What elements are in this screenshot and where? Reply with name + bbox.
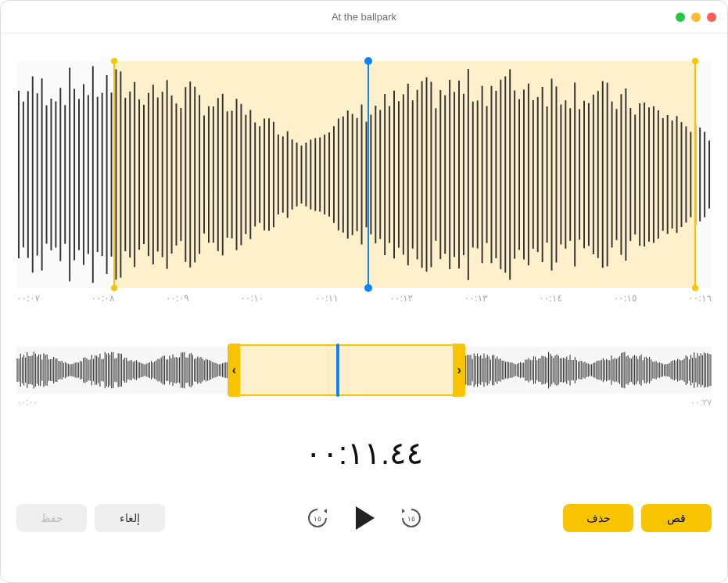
zoom-icon[interactable] xyxy=(676,13,685,22)
ruler-tick: ٠٠:٠٩ xyxy=(166,293,189,304)
controls-bar: قص حذف ١٥ xyxy=(16,502,712,534)
edit-action-buttons: قص حذف xyxy=(563,504,712,532)
main-waveform[interactable] xyxy=(16,61,712,288)
playhead-overview[interactable] xyxy=(336,344,339,397)
trim-handle-start[interactable] xyxy=(113,61,115,288)
delete-button[interactable]: حذف xyxy=(563,504,633,532)
minimize-icon[interactable] xyxy=(691,13,701,22)
ruler-tick: ٠٠:١٦ xyxy=(688,293,712,304)
save-button[interactable]: حفظ xyxy=(16,504,87,532)
ruler-tick: ٠٠:١٠ xyxy=(240,293,264,304)
playback-controls: ١٥ ١٥ xyxy=(302,502,427,534)
window-controls xyxy=(676,1,716,34)
cancel-button[interactable]: إلغاء xyxy=(95,504,165,532)
overview-selection[interactable]: ‹ › xyxy=(238,344,454,396)
ruler-tick: ٠٠:٠٧ xyxy=(16,293,40,304)
overview-time-ruler: ٠٠:٠٠ ٠٠:٢٧ xyxy=(16,397,712,408)
trim-button[interactable]: قص xyxy=(641,504,712,532)
titlebar: At the ballpark xyxy=(1,1,727,34)
window-title: At the ballpark xyxy=(332,11,396,23)
save-cancel-buttons: حفظ إلغاء xyxy=(16,504,165,532)
forward-15-icon: ١٥ xyxy=(306,506,329,530)
play-button[interactable] xyxy=(349,502,380,534)
rewind-15-icon: ١٥ xyxy=(400,506,423,530)
ruler-tick: ٠٠:٠٨ xyxy=(91,293,114,304)
overview-handle-start[interactable]: ‹ xyxy=(228,344,240,397)
overview-waveform[interactable]: ‹ › xyxy=(16,347,712,394)
close-icon[interactable] xyxy=(707,13,716,22)
waveform-main-svg xyxy=(16,61,712,288)
overview-handle-end[interactable]: › xyxy=(453,344,465,397)
playhead-main[interactable] xyxy=(368,61,369,288)
editor-content: ٠٠:١٦٠٠:١٥٠٠:١٤٠٠:١٣٠٠:١٢٠٠:١١٠٠:١٠٠٠:٠٩… xyxy=(1,34,727,549)
ruler-tick: ٠٠:١٣ xyxy=(464,293,488,304)
overview-end-time: ٠٠:٠٠ xyxy=(16,397,38,408)
main-time-ruler: ٠٠:١٦٠٠:١٥٠٠:١٤٠٠:١٣٠٠:١٢٠٠:١١٠٠:١٠٠٠:٠٩… xyxy=(16,288,712,311)
current-time-display: ٠٠:١١.٤٤ xyxy=(16,435,712,471)
voice-memo-edit-window: At the ballpark ٠٠:١٦٠٠:١٥٠٠:١٤٠٠:١٣٠٠:١… xyxy=(0,0,728,583)
overview-start-time: ٠٠:٢٧ xyxy=(690,397,712,408)
play-icon xyxy=(353,505,376,531)
forward-15-button[interactable]: ١٥ xyxy=(302,502,333,534)
ruler-tick: ٠٠:١٥ xyxy=(614,293,637,304)
ruler-tick: ٠٠:١٢ xyxy=(389,293,413,304)
ruler-tick: ٠٠:١٤ xyxy=(539,293,562,304)
rewind-15-button[interactable]: ١٥ xyxy=(396,502,427,534)
svg-text:١٥: ١٥ xyxy=(314,515,321,523)
svg-text:١٥: ١٥ xyxy=(407,515,415,523)
trim-handle-end[interactable] xyxy=(694,61,696,288)
ruler-tick: ٠٠:١١ xyxy=(315,293,339,304)
